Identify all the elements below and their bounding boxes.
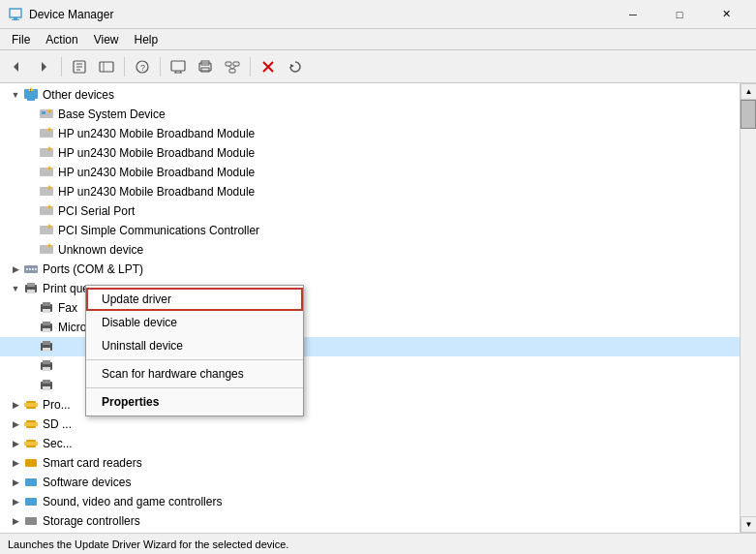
expand-storage[interactable]: ▶: [8, 513, 23, 529]
tree-item-smart-card[interactable]: ▶ Smart card readers: [0, 453, 740, 473]
expand-sd[interactable]: ▶: [8, 416, 23, 432]
svg-rect-70: [43, 328, 50, 332]
scroll-up-btn[interactable]: ▲: [741, 83, 756, 100]
svg-rect-67: [43, 309, 50, 313]
svg-marker-3: [14, 62, 18, 72]
svg-text:!: !: [48, 128, 49, 133]
storage-label: Storage controllers: [43, 514, 140, 528]
svg-point-59: [29, 268, 31, 270]
svg-rect-0: [10, 9, 21, 17]
scroll-thumb[interactable]: [741, 100, 756, 129]
expand-print-queues[interactable]: ▼: [8, 281, 23, 296]
svg-rect-76: [43, 367, 50, 371]
tree-item-pci-simple[interactable]: ! PCI Simple Communications Controller: [0, 221, 740, 240]
svg-point-60: [32, 268, 34, 270]
toolbar-monitor[interactable]: [166, 54, 191, 79]
toolbar-network[interactable]: [220, 54, 245, 79]
toolbar-help[interactable]: ?: [130, 54, 155, 79]
tree-item-other-devices[interactable]: ▼ ! Other devices: [0, 85, 740, 105]
ctx-update-driver[interactable]: Update driver: [86, 288, 303, 311]
unknown-label: Unknown device: [58, 243, 143, 257]
scroll-down-btn[interactable]: ▼: [741, 516, 756, 533]
svg-rect-88: [25, 498, 37, 506]
svg-text:!: !: [48, 225, 49, 230]
tree-item-storage[interactable]: ▶ Storage controllers: [0, 511, 740, 531]
fax-label: Fax: [58, 301, 77, 315]
tree-item-sound[interactable]: ▶ Sound, video and game controllers: [0, 492, 740, 511]
expand-smart-card[interactable]: ▶: [8, 455, 23, 471]
menu-file[interactable]: File: [4, 31, 38, 48]
ms-print-icon: [39, 320, 54, 335]
toolbar-back[interactable]: [4, 54, 29, 79]
ctx-properties[interactable]: Properties: [86, 390, 303, 414]
menu-help[interactable]: Help: [127, 31, 166, 48]
tree-item-hp2[interactable]: ! HP un2430 Mobile Broadband Module: [0, 143, 740, 163]
ctx-scan-hardware[interactable]: Scan for hardware changes: [86, 362, 303, 385]
tree-item-pci-serial[interactable]: ! PCI Serial Port: [0, 201, 740, 221]
print4-icon: [39, 358, 54, 374]
unknown-icon: !: [39, 242, 54, 258]
toolbar-print[interactable]: [193, 54, 218, 79]
expand-other-devices[interactable]: ▼: [8, 87, 23, 103]
toolbar-delete[interactable]: [256, 54, 281, 79]
svg-rect-85: [24, 442, 38, 446]
expand-software[interactable]: ▶: [8, 475, 23, 490]
hp2-label: HP un2430 Mobile Broadband Module: [58, 146, 255, 160]
toolbar-update[interactable]: [283, 54, 308, 79]
svg-rect-83: [24, 422, 38, 426]
minimize-button[interactable]: ─: [611, 0, 655, 29]
svg-text:!: !: [48, 205, 49, 210]
tree-item-software[interactable]: ▶ Software devices: [0, 473, 740, 492]
scroll-thumb-area[interactable]: [741, 100, 756, 516]
tree-item-hp1[interactable]: ! HP un2430 Mobile Broadband Module: [0, 124, 740, 143]
sec-label: Sec...: [43, 437, 73, 450]
svg-rect-1: [14, 17, 17, 19]
toolbar-forward[interactable]: [31, 54, 56, 79]
svg-text:!: !: [30, 88, 31, 93]
toolbar-properties[interactable]: [67, 54, 92, 79]
base-system-label: Base System Device: [58, 108, 166, 121]
ctx-disable-device[interactable]: Disable device: [86, 311, 303, 334]
sd-label: SD ...: [43, 417, 72, 431]
expand-sound[interactable]: ▶: [8, 494, 23, 509]
svg-text:!: !: [48, 167, 49, 171]
ctx-scan-label: Scan for hardware changes: [102, 367, 244, 381]
pci-serial-icon: !: [39, 203, 54, 219]
tree-item-unknown[interactable]: ! Unknown device: [0, 240, 740, 260]
maximize-button[interactable]: □: [657, 0, 702, 29]
window-controls: ─ □ ✕: [611, 0, 748, 29]
svg-text:?: ?: [140, 63, 145, 73]
hp3-icon: !: [39, 165, 54, 180]
svg-rect-22: [229, 69, 235, 73]
svg-rect-29: [27, 99, 35, 101]
close-button[interactable]: ✕: [704, 0, 748, 29]
expand-ports[interactable]: ▶: [8, 262, 23, 277]
tree-item-sec[interactable]: ▶ Sec...: [0, 434, 740, 453]
proc-icon: [23, 397, 39, 413]
toolbar-sep-1: [61, 57, 62, 77]
scrollbar[interactable]: ▲ ▼: [740, 83, 756, 533]
svg-rect-9: [100, 62, 113, 72]
tree-item-system[interactable]: ▶ System devices: [0, 531, 740, 533]
svg-marker-27: [290, 64, 294, 68]
tree-item-sd[interactable]: ▶ SD ...: [0, 415, 740, 434]
toolbar-scan[interactable]: [94, 54, 119, 79]
tree-item-hp3[interactable]: ! HP un2430 Mobile Broadband Module: [0, 163, 740, 182]
ports-label: Ports (COM & LPT): [43, 262, 143, 276]
menu-action[interactable]: Action: [38, 31, 85, 48]
menu-view[interactable]: View: [86, 31, 127, 48]
tree-item-hp4[interactable]: ! HP un2430 Mobile Broadband Module: [0, 182, 740, 201]
svg-rect-81: [24, 403, 38, 407]
expand-proc[interactable]: ▶: [8, 397, 23, 413]
storage-icon: [23, 513, 39, 529]
toolbar-sep-4: [250, 57, 251, 77]
tree-item-ports[interactable]: ▶ Ports (COM & LPT): [0, 260, 740, 279]
svg-rect-66: [43, 302, 50, 306]
hp4-icon: !: [39, 184, 54, 200]
expand-sec[interactable]: ▶: [8, 436, 23, 451]
app-icon: [8, 7, 23, 22]
ctx-uninstall-device[interactable]: Uninstall device: [86, 334, 303, 357]
tree-item-base-system[interactable]: ! Base System Device: [0, 105, 740, 124]
svg-rect-64: [27, 290, 35, 293]
toolbar-sep-2: [124, 57, 125, 77]
